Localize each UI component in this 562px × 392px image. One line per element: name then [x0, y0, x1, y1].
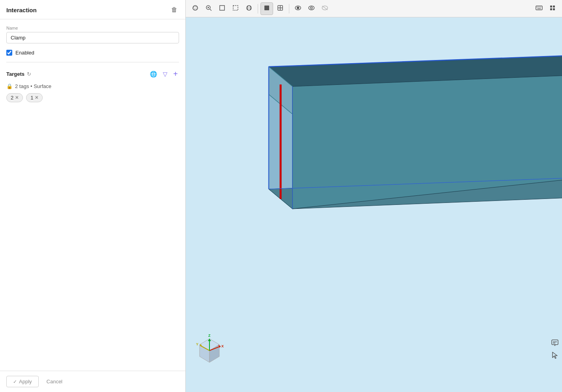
keyboard-button[interactable] [533, 2, 545, 15]
svg-rect-11 [264, 6, 269, 10]
checkmark-icon: ✓ [13, 379, 17, 384]
right-panel: X Y Z [186, 0, 562, 392]
targets-title-row: Targets ↻ [6, 71, 31, 77]
tags-info-text: 2 tags • Surface [15, 83, 51, 89]
svg-rect-27 [550, 6, 552, 8]
tag-chip-2: 2 ✕ [6, 93, 23, 102]
split-button[interactable] [243, 2, 255, 15]
globe-button[interactable]: 🌐 [149, 70, 158, 79]
hide1-icon [294, 5, 302, 12]
svg-rect-54 [552, 340, 558, 345]
faces-button[interactable] [260, 2, 273, 15]
select-rect-button[interactable] [216, 2, 228, 15]
apply-button[interactable]: ✓ Apply [6, 376, 39, 387]
toolbar-right [533, 2, 559, 15]
edges-button[interactable] [274, 2, 287, 15]
svg-text:Z: Z [208, 334, 211, 338]
globe-icon: 🌐 [150, 71, 157, 77]
svg-point-18 [311, 7, 313, 9]
svg-rect-21 [536, 6, 542, 10]
cancel-label: Cancel [47, 379, 62, 384]
tag-chip-1: 1 ✕ [26, 93, 43, 102]
svg-point-8 [247, 6, 251, 10]
tag-chip-2-value: 2 [11, 95, 13, 101]
svg-rect-30 [553, 8, 555, 10]
beam-3d-view [245, 37, 562, 242]
name-input[interactable] [6, 32, 179, 43]
viewport[interactable]: X Y Z [186, 17, 562, 392]
svg-rect-6 [220, 6, 224, 10]
panel-header: Interaction 🗑 [0, 0, 185, 19]
more-button[interactable] [546, 2, 559, 15]
refresh-icon[interactable]: ↻ [27, 71, 31, 77]
svg-rect-28 [553, 6, 555, 8]
toolbar [186, 0, 562, 17]
hide3-button[interactable] [319, 2, 331, 15]
faces-icon [264, 5, 270, 12]
edges-icon [277, 5, 283, 12]
svg-rect-7 [233, 6, 238, 10]
select-rect-icon [219, 5, 225, 12]
svg-point-17 [309, 6, 314, 10]
enabled-label[interactable]: Enabled [15, 50, 34, 56]
hide3-icon [321, 5, 328, 12]
hide1-button[interactable] [292, 2, 304, 15]
orbit-button[interactable] [189, 2, 202, 15]
targets-header: Targets ↻ 🌐 ▽ + [6, 69, 179, 79]
targets-actions: 🌐 ▽ + [149, 69, 179, 79]
tag-chips: 2 ✕ 1 ✕ [6, 93, 179, 102]
panel-body: Name Enabled Targets ↻ 🌐 ▽ + [0, 19, 185, 371]
svg-point-0 [193, 6, 198, 10]
keyboard-icon [536, 5, 543, 12]
svg-marker-57 [554, 345, 556, 346]
cancel-button[interactable]: Cancel [42, 376, 67, 387]
toolbar-separator-1 [258, 4, 258, 13]
targets-title: Targets [6, 71, 25, 77]
right-side-icons [551, 339, 559, 360]
divider-1 [6, 62, 179, 62]
svg-text:X: X [221, 344, 224, 348]
svg-point-16 [297, 7, 299, 9]
enabled-checkbox[interactable] [6, 50, 12, 56]
delete-icon: 🗑 [171, 6, 177, 13]
add-icon: + [173, 69, 178, 78]
hide2-button[interactable] [305, 2, 318, 15]
select-lasso-icon [232, 5, 239, 12]
pointer-button[interactable] [551, 351, 559, 360]
panel-title: Interaction [6, 7, 37, 13]
zoom-button[interactable] [202, 2, 215, 15]
delete-button[interactable]: 🗑 [170, 6, 179, 14]
tag-chip-1-value: 1 [30, 95, 33, 101]
svg-marker-58 [553, 352, 557, 358]
apply-label: Apply [19, 379, 32, 384]
svg-rect-29 [550, 8, 552, 10]
left-panel: Interaction 🗑 Name Enabled Targets ↻ 🌐 [0, 0, 186, 392]
axis-cube: X Y Z [194, 333, 225, 364]
zoom-icon [205, 4, 212, 13]
tag-chip-1-close[interactable]: ✕ [35, 95, 38, 100]
filter-button[interactable]: ▽ [162, 70, 169, 79]
toolbar-separator-2 [289, 4, 289, 13]
split-icon [246, 5, 252, 12]
lock-icon: 🔒 [6, 83, 13, 89]
svg-text:Y: Y [196, 342, 198, 346]
name-field-group: Name [6, 26, 179, 43]
more-icon [549, 5, 556, 12]
add-target-button[interactable]: + [172, 69, 179, 79]
hide2-icon [308, 5, 315, 12]
tag-chip-2-close[interactable]: ✕ [15, 95, 19, 100]
svg-line-3 [210, 9, 211, 11]
name-label: Name [6, 26, 179, 30]
select-lasso-button[interactable] [229, 2, 242, 15]
panel-footer: ✓ Apply Cancel [0, 371, 185, 392]
chat-button[interactable] [551, 339, 559, 348]
enabled-row: Enabled [6, 50, 179, 56]
tags-info-row: 🔒 2 tags • Surface [6, 83, 179, 89]
orbit-icon [192, 4, 199, 13]
filter-icon: ▽ [163, 71, 168, 77]
svg-point-1 [193, 7, 198, 9]
